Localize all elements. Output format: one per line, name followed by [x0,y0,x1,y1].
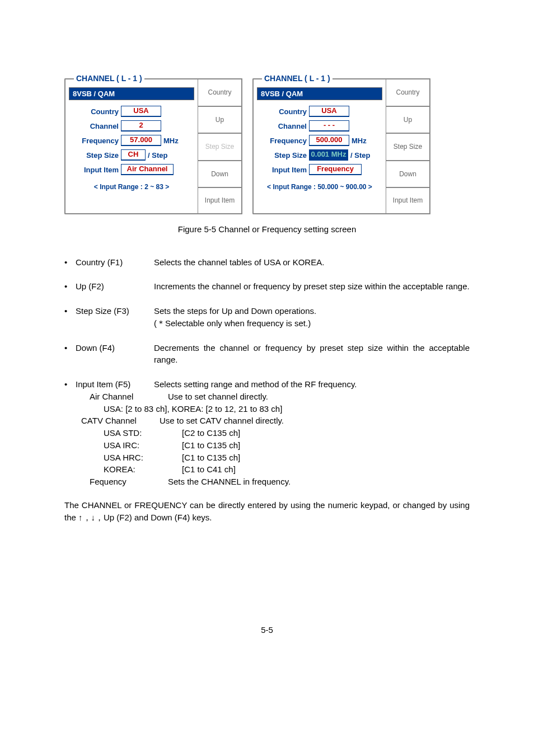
term-input: Input Item (F5) [76,378,154,391]
val-channel-right: - - - [309,120,349,132]
bullet-icon: • [64,378,76,391]
def-usastd: [C2 to C135 ch] [182,427,240,439]
panel-right: CHANNEL ( L - 1 ) 8VSB / QAM Country USA… [252,78,386,214]
btn-stepsize-right[interactable]: Step Size [386,133,430,160]
term-step: Step Size (F3) [76,305,154,330]
bullet-icon: • [64,342,76,367]
label-frequency: Frequency [71,137,121,145]
val-frequency-right: 500.000 [309,135,349,146]
panel-left: CHANNEL ( L - 1 ) 8VSB / QAM Country USA… [64,78,198,214]
term-air: Air Channel [76,391,168,403]
btn-stepsize-left[interactable]: Step Size [198,133,242,160]
label-channel-r: Channel [259,122,309,130]
val-inputitem-right: Frequency [309,164,362,175]
input-range-right: < Input Range : 50.000 ~ 900.00 > [259,183,380,191]
term-usastd: USA STD: [76,427,182,439]
label-inputitem: Input Item [71,166,121,174]
term-up: Up (F2) [76,280,154,293]
label-stepsize: Step Size [71,151,121,159]
sub-list: Air Channel Use to set channel directly.… [76,391,470,488]
val-country-left: USA [121,106,161,117]
input-range-left: < Input Range : 2 ~ 83 > [71,183,192,191]
def-usairc: [C1 to C135 ch] [182,439,240,452]
btn-country-right[interactable]: Country [386,78,430,106]
panel-title-left: CHANNEL ( L - 1 ) [74,74,144,83]
side-buttons-right: Country Up Step Size Down Input Item [386,78,430,214]
val-country-right: USA [309,106,349,117]
val-frequency-left: 57.000 [121,135,161,146]
def-catv: Use to set CATV channel directly. [160,415,284,427]
def-air: Use to set channel directly. [168,391,268,403]
btn-up-right[interactable]: Up [386,106,430,133]
label-inputitem-r: Input Item [259,166,309,174]
panel-title-right: CHANNEL ( L - 1 ) [262,74,332,83]
btn-down-right[interactable]: Down [386,160,430,187]
mode-bar-left: 8VSB / QAM [69,87,194,100]
term-usairc: USA IRC: [76,439,182,452]
def-freq: Sets the CHANNEL in frequency. [168,476,291,488]
bullet-icon: • [64,280,76,293]
label-channel: Channel [71,122,121,130]
label-country-r: Country [259,107,309,116]
btn-inputitem-right[interactable]: Input Item [386,187,430,214]
def-input: Selects setting range and method of the … [154,378,470,391]
figure-caption: Figure 5-5 Channel or Frequency setting … [64,224,470,234]
unit-step-left: / Step [146,151,167,159]
unit-freq-right: MHz [349,137,367,145]
def-up: Increments the channel or frequency by p… [154,280,470,293]
val-stepsize-left: CH [121,149,146,161]
btn-country-left[interactable]: Country [198,78,242,106]
term-down: Down (F4) [76,342,154,367]
air-range: USA: [2 to 83 ch], KOREA: [2 to 12, 21 t… [76,403,282,415]
def-step-2: (＊Selectable only when frequency is set.… [154,318,311,328]
term-freq: Fequency [76,476,168,488]
val-inputitem-left: Air Channel [121,164,174,175]
btn-inputitem-left[interactable]: Input Item [198,187,242,214]
term-country: Country (F1) [76,256,154,269]
screen-left: CHANNEL ( L - 1 ) 8VSB / QAM Country USA… [64,78,242,214]
closing-paragraph: The CHANNEL or FREQUENCY can be directly… [64,499,470,524]
def-step: Sets the steps for Up and Down operation… [154,305,470,330]
mode-bar-right: 8VSB / QAM [257,87,382,100]
btn-down-left[interactable]: Down [198,160,242,187]
term-korea: KOREA: [76,463,182,476]
unit-freq-left: MHz [161,137,179,145]
def-down: Decrements the channel or frequency by p… [154,342,470,367]
page-number: 5-5 [64,625,470,635]
btn-up-left[interactable]: Up [198,106,242,133]
def-usahrc: [C1 to C135 ch] [182,452,240,464]
side-buttons-left: Country Up Step Size Down Input Item [198,78,242,214]
unit-step-right: / Step [348,151,370,159]
val-channel-left: 2 [121,120,161,132]
def-country: Selects the channel tables of USA or KOR… [154,256,470,269]
bullet-icon: • [64,305,76,330]
term-usahrc: USA HRC: [76,452,182,464]
bullet-icon: • [64,256,76,269]
label-stepsize-r: Step Size [259,151,309,159]
val-stepsize-right: 0.001 MHz [309,149,348,161]
description-list: • Country (F1) Selects the channel table… [64,256,470,488]
def-step-1: Sets the steps for Up and Down operation… [154,306,316,316]
def-korea: [C1 to C41 ch] [182,463,236,476]
label-country: Country [71,107,121,116]
screen-right: CHANNEL ( L - 1 ) 8VSB / QAM Country USA… [252,78,430,214]
term-catv: CATV Channel [76,415,160,427]
screens-row: CHANNEL ( L - 1 ) 8VSB / QAM Country USA… [64,78,470,214]
label-frequency-r: Frequency [259,137,309,145]
